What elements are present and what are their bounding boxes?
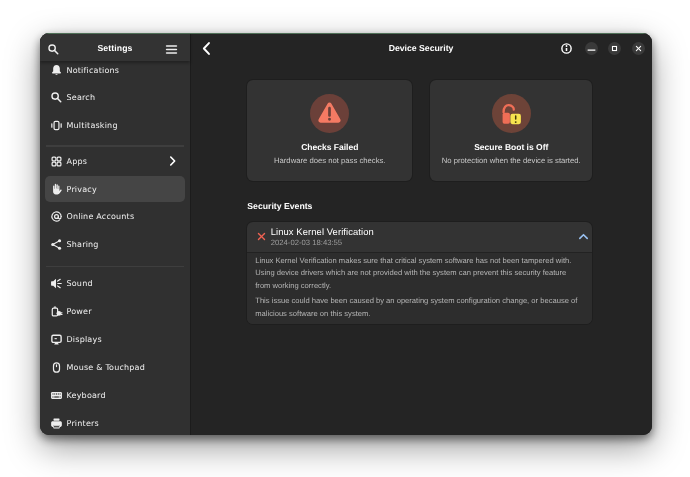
- sidebar-item-search[interactable]: Search: [45, 85, 185, 111]
- event-title: Linux Kernel Verification: [271, 227, 577, 237]
- chevron-right-icon: [168, 156, 179, 167]
- sidebar-item-label: Displays: [67, 335, 180, 344]
- sidebar-item-mouse-touchpad[interactable]: Mouse & Touchpad: [45, 354, 185, 380]
- keyboard-icon: [50, 388, 63, 403]
- warning-triangle-badge: [310, 94, 349, 133]
- close-button[interactable]: [632, 42, 645, 55]
- bell-icon: [50, 63, 63, 78]
- sidebar-item-label: Keyboard: [67, 391, 180, 400]
- sidebar-item-keyboard[interactable]: Keyboard: [45, 382, 185, 408]
- back-chevron-icon: [199, 41, 214, 56]
- apps-icon: [50, 154, 63, 169]
- sidebar-item-privacy[interactable]: Privacy: [45, 176, 185, 202]
- sidebar-list: NotificationsSearchMultitaskingAppsPriva…: [40, 57, 190, 435]
- status-card-title: Checks Failed: [301, 142, 358, 152]
- status-card-subtitle: Hardware does not pass checks.: [274, 156, 386, 165]
- event-paragraph: Linux Kernel Verification makes sure tha…: [255, 255, 580, 293]
- sidebar: Settings NotificationsSearchMultitasking…: [40, 33, 190, 435]
- page-content: Checks FailedHardware does not pass chec…: [190, 61, 652, 435]
- minimize-icon: [586, 43, 597, 54]
- page-title: Device Security: [190, 33, 652, 61]
- status-card-checks-failed: Checks FailedHardware does not pass chec…: [247, 80, 412, 181]
- minimize-button[interactable]: [585, 42, 598, 55]
- status-card-secure-boot-is-off: Secure Boot is OffNo protection when the…: [430, 80, 592, 181]
- sidebar-item-printers[interactable]: Printers: [45, 410, 185, 435]
- event-failed-icon: [256, 231, 267, 242]
- multitasking-icon: [50, 118, 63, 133]
- lock-open-warning-badge: [492, 94, 531, 133]
- main-headerbar: Device Security: [190, 33, 652, 61]
- status-cards: Checks FailedHardware does not pass chec…: [247, 80, 592, 181]
- sidebar-item-label: Online Accounts: [67, 212, 180, 221]
- status-card-subtitle: No protection when the device is started…: [442, 156, 581, 165]
- sidebar-item-label: Search: [67, 93, 180, 102]
- at-icon: [50, 209, 63, 224]
- sidebar-item-displays[interactable]: Displays: [45, 326, 185, 352]
- main-menu-button[interactable]: [163, 40, 180, 58]
- magnifier-icon: [50, 90, 63, 105]
- maximize-icon: [610, 44, 619, 53]
- search-button[interactable]: [45, 40, 62, 58]
- back-button[interactable]: [198, 40, 216, 58]
- sidebar-item-label: Multitasking: [67, 121, 180, 130]
- sidebar-headerbar: Settings: [40, 33, 190, 61]
- status-card-title: Secure Boot is Off: [474, 142, 548, 152]
- battery-icon: [50, 304, 63, 319]
- event-description: Linux Kernel Verification makes sure tha…: [247, 252, 592, 324]
- mouse-icon: [50, 360, 63, 375]
- event-paragraph: This issue could have been caused by an …: [255, 295, 580, 321]
- hamburger-menu-icon: [164, 42, 179, 57]
- sidebar-item-label: Printers: [67, 419, 180, 428]
- search-icon: [47, 43, 60, 56]
- sidebar-item-label: Power: [67, 307, 180, 316]
- sidebar-separator: [46, 266, 184, 267]
- sidebar-item-apps[interactable]: Apps: [45, 149, 185, 175]
- speaker-icon: [50, 276, 63, 291]
- security-event-card: Linux Kernel Verification 2024-02-03 18:…: [247, 222, 592, 325]
- sidebar-item-label: Apps: [67, 157, 169, 166]
- share-icon: [50, 237, 63, 252]
- sidebar-item-label: Mouse & Touchpad: [67, 363, 180, 372]
- event-title-block: Linux Kernel Verification 2024-02-03 18:…: [271, 227, 577, 248]
- sidebar-item-power[interactable]: Power: [45, 298, 185, 324]
- sidebar-item-label: Sharing: [67, 240, 180, 249]
- sidebar-separator: [46, 145, 184, 146]
- info-button[interactable]: [560, 42, 573, 55]
- chevron-up-icon[interactable]: [577, 230, 590, 243]
- event-timestamp: 2024-02-03 18:43:55: [271, 239, 577, 248]
- sidebar-item-sound[interactable]: Sound: [45, 270, 185, 296]
- main-pane: Device Security Checks FailedHardware do…: [190, 33, 652, 435]
- sidebar-item-label: Sound: [67, 279, 180, 288]
- monitor-icon: [50, 332, 63, 347]
- printer-icon: [50, 416, 63, 431]
- page-body: Checks FailedHardware does not pass chec…: [247, 80, 592, 325]
- sidebar-item-label: Notifications: [67, 66, 180, 75]
- sidebar-item-online-accounts[interactable]: Online Accounts: [45, 204, 185, 230]
- security-events-heading: Security Events: [247, 201, 592, 211]
- sidebar-item-sharing[interactable]: Sharing: [45, 232, 185, 258]
- hand-icon: [50, 182, 63, 197]
- sidebar-item-label: Privacy: [67, 185, 180, 194]
- info-icon: [560, 42, 573, 55]
- security-event-row[interactable]: Linux Kernel Verification 2024-02-03 18:…: [247, 222, 592, 253]
- close-icon: [634, 44, 643, 53]
- settings-window: Settings NotificationsSearchMultitasking…: [40, 33, 652, 435]
- sidebar-item-multitasking[interactable]: Multitasking: [45, 112, 185, 138]
